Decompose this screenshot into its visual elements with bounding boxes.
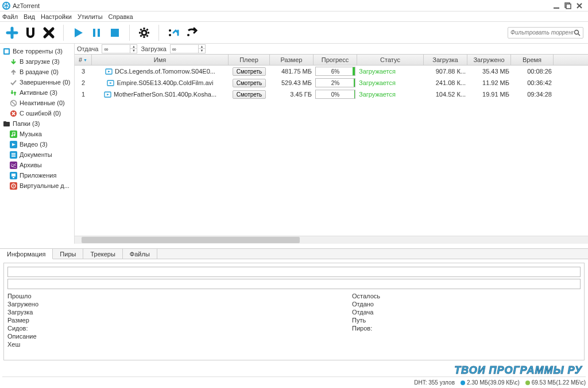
sidebar-folders[interactable]: Папки (3)	[1, 118, 73, 129]
info-remaining: Осталось	[352, 293, 380, 299]
sidebar-video[interactable]: Видео (3)	[1, 139, 73, 149]
col-time[interactable]: Время	[511, 55, 554, 65]
sidebar: Все торренты (3) В загрузке (3) В раздач…	[0, 44, 75, 244]
downloading-icon	[9, 57, 17, 66]
table-row[interactable]: 2Empire.S05E13.400p.ColdFilm.aviСмотреть…	[75, 77, 588, 89]
info-panel: Прошло Загружено Загрузка Размер Сидов: …	[3, 263, 585, 360]
filter-input[interactable]	[510, 29, 574, 36]
svg-rect-19	[3, 121, 6, 123]
sidebar-archives[interactable]: Архивы	[1, 160, 73, 170]
docs-icon	[9, 151, 17, 159]
info-ul-speed: Отдача	[352, 309, 380, 316]
menu-utils[interactable]: Утилиты	[78, 13, 103, 20]
sidebar-apps[interactable]: Приложения	[1, 170, 73, 180]
status-upload: 69.53 МБ(1.22 МБ\с)	[525, 379, 586, 386]
info-uploaded: Отдано	[352, 301, 380, 308]
toolbar	[0, 22, 588, 44]
torrents-icon	[2, 47, 10, 55]
app-logo-icon	[2, 2, 10, 10]
table-row[interactable]: 1MotherFatherSon.S01.400p.Kosha...Смотре…	[75, 89, 588, 100]
info-size: Размер	[7, 317, 329, 324]
horizontal-scrollbar[interactable]	[75, 236, 588, 244]
sidebar-active[interactable]: Активные (3)	[1, 87, 73, 98]
detail-tabs: Информация Пиры Трекеры Файлы	[0, 248, 588, 259]
tab-trackers[interactable]: Трекеры	[83, 249, 122, 259]
chevron-up-icon[interactable]: ▲	[130, 45, 137, 49]
upload-limit-spinner[interactable]: ∞ ▲▼	[102, 44, 137, 53]
sidebar-error[interactable]: С ошибкой (0)	[1, 108, 73, 118]
col-progress[interactable]: Прогресс	[314, 55, 357, 65]
info-desc: Описание	[7, 333, 329, 340]
sidebar-downloading[interactable]: В загрузке (3)	[1, 56, 73, 67]
download-limit-spinner[interactable]: ∞ ▲▼	[170, 44, 206, 53]
settings-button[interactable]	[136, 24, 153, 41]
video-icon	[9, 140, 17, 148]
sidebar-music[interactable]: Музыка	[1, 129, 73, 139]
col-download-speed[interactable]: Загрузка	[424, 55, 467, 65]
menu-file[interactable]: Файл	[2, 13, 18, 20]
sidebar-virtual[interactable]: Виртуальные д...	[1, 180, 73, 191]
watch-button[interactable]: Смотреть	[233, 67, 266, 76]
svg-rect-15	[5, 49, 9, 53]
stop-button[interactable]	[106, 24, 123, 41]
svg-rect-7	[98, 29, 100, 37]
remove-button[interactable]	[40, 24, 57, 41]
tab-info[interactable]: Информация	[0, 249, 53, 259]
grid-body: 3DCs.Legends.of.Tomorrow.S04E0...Смотрет…	[75, 66, 588, 236]
scrollbar-thumb[interactable]	[82, 237, 300, 243]
play-button[interactable]	[69, 24, 87, 41]
error-icon	[9, 109, 17, 117]
add-button[interactable]	[3, 24, 21, 41]
app-title: AzTorrent	[13, 2, 552, 9]
menu-help[interactable]: Справка	[109, 13, 133, 20]
svg-rect-28	[13, 177, 14, 178]
add-magnet-button[interactable]	[22, 24, 39, 41]
col-number[interactable]: #	[75, 55, 92, 65]
tab-peers[interactable]: Пиры	[53, 249, 83, 259]
minimize-button[interactable]	[552, 2, 560, 10]
svg-point-13	[575, 30, 579, 34]
virtual-icon	[9, 182, 17, 190]
sidebar-all-torrents[interactable]: Все торренты (3)	[1, 46, 73, 56]
col-player[interactable]: Плеер	[229, 55, 270, 65]
col-downloaded[interactable]: Загружено	[467, 55, 511, 65]
svg-rect-1	[554, 7, 559, 9]
status-dht: DHT: 355 узлов	[414, 379, 455, 386]
sidebar-inactive[interactable]: Неактивные (0)	[1, 98, 73, 108]
chevron-up-icon[interactable]: ▲	[199, 45, 205, 49]
svg-rect-8	[111, 29, 119, 37]
svg-point-21	[11, 135, 13, 136]
chevron-down-icon[interactable]: ▼	[199, 49, 205, 53]
inactive-icon	[9, 99, 17, 107]
svg-point-9	[142, 30, 146, 35]
col-size[interactable]: Размер	[270, 55, 314, 65]
move-down-button[interactable]	[183, 24, 200, 41]
pause-button[interactable]	[88, 24, 105, 41]
move-up-button[interactable]	[165, 24, 182, 41]
video-file-icon	[104, 91, 111, 98]
col-status[interactable]: Статус	[357, 55, 424, 65]
chevron-down-icon[interactable]: ▼	[130, 49, 137, 53]
video-file-icon	[105, 68, 113, 75]
sidebar-completed[interactable]: Завершенные (0)	[1, 77, 73, 87]
tab-files[interactable]: Файлы	[123, 249, 157, 259]
watch-button[interactable]: Смотреть	[233, 79, 266, 87]
info-peers: Пиров:	[352, 325, 380, 332]
filter-search-box[interactable]	[508, 27, 583, 39]
col-name[interactable]: Имя	[92, 55, 229, 65]
table-row[interactable]: 3DCs.Legends.of.Tomorrow.S04E0...Смотрет…	[75, 66, 588, 77]
menu-bar: Файл Вид Настройки Утилиты Справка	[0, 11, 588, 22]
svg-point-11	[169, 34, 171, 36]
sidebar-seeding[interactable]: В раздаче (0)	[1, 67, 73, 77]
info-availability-bar	[7, 279, 581, 289]
menu-settings[interactable]: Настройки	[41, 13, 72, 20]
title-bar: AzTorrent	[0, 0, 588, 11]
menu-view[interactable]: Вид	[24, 13, 35, 20]
watch-button[interactable]: Смотреть	[233, 90, 266, 99]
svg-rect-4	[26, 28, 29, 30]
close-button[interactable]	[575, 2, 583, 10]
maximize-button[interactable]	[564, 2, 572, 10]
sidebar-docs[interactable]: Документы	[1, 149, 73, 160]
svg-point-12	[187, 34, 189, 36]
completed-icon	[9, 78, 17, 86]
